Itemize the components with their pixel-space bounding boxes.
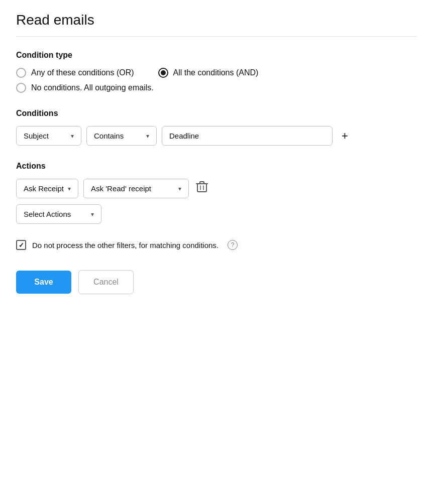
actions-label: Actions: [16, 162, 417, 171]
do-not-process-label: Do not process the other filters, for ma…: [32, 241, 219, 249]
field-chevron: ▾: [71, 133, 74, 140]
action-row-1: Ask Receipt ▾ Ask 'Read' receipt ▾: [16, 179, 417, 198]
help-icon[interactable]: ?: [228, 240, 238, 250]
field-dropdown[interactable]: Subject ▾: [16, 126, 81, 146]
do-not-process-row: Do not process the other filters, for ma…: [16, 240, 417, 250]
conditions-label: Conditions: [16, 109, 417, 118]
radio-none[interactable]: No conditions. All outgoing emails.: [16, 83, 154, 93]
action-type-chevron: ▾: [68, 185, 71, 192]
action-subtype-dropdown[interactable]: Ask 'Read' receipt ▾: [83, 179, 189, 198]
select-actions-chevron: ▾: [91, 211, 94, 218]
condition-type-top-row: Any of these conditions (OR) All the con…: [16, 68, 417, 78]
radio-none-label: No conditions. All outgoing emails.: [31, 83, 154, 92]
field-value: Subject: [24, 132, 49, 140]
svg-rect-2: [200, 182, 204, 184]
conditions-section: Conditions Subject ▾ Contains ▾ +: [16, 109, 417, 146]
condition-type-section: Condition type Any of these conditions (…: [16, 51, 417, 93]
actions-section: Actions Ask Receipt ▾ Ask 'Read' receipt…: [16, 162, 417, 224]
radio-or[interactable]: Any of these conditions (OR): [16, 68, 134, 78]
condition-row-1: Subject ▾ Contains ▾ +: [16, 126, 417, 146]
cancel-button[interactable]: Cancel: [78, 270, 134, 294]
save-button[interactable]: Save: [16, 271, 71, 294]
trash-icon: [196, 181, 208, 194]
do-not-process-checkbox[interactable]: [16, 240, 26, 250]
button-row: Save Cancel: [16, 270, 417, 294]
add-condition-button[interactable]: +: [338, 128, 352, 145]
action-subtype-chevron: ▾: [178, 185, 181, 192]
condition-value-input[interactable]: [162, 126, 333, 146]
radio-and[interactable]: All the conditions (AND): [158, 68, 259, 78]
radio-or-circle[interactable]: [16, 68, 26, 78]
action-type-value: Ask Receipt: [24, 184, 64, 193]
radio-none-circle[interactable]: [16, 83, 26, 93]
operator-dropdown[interactable]: Contains ▾: [86, 126, 157, 146]
condition-type-label: Condition type: [16, 51, 417, 60]
select-actions-row: Select Actions ▾: [16, 204, 417, 224]
page-title: Read emails: [16, 12, 417, 28]
title-divider: [16, 36, 417, 37]
radio-and-label: All the conditions (AND): [173, 68, 259, 77]
radio-or-label: Any of these conditions (OR): [31, 68, 134, 77]
action-subtype-value: Ask 'Read' receipt: [91, 184, 151, 193]
operator-value: Contains: [94, 132, 124, 140]
select-actions-label: Select Actions: [24, 210, 71, 218]
delete-action-button[interactable]: [194, 179, 210, 198]
select-actions-dropdown[interactable]: Select Actions ▾: [16, 204, 101, 224]
action-type-dropdown[interactable]: Ask Receipt ▾: [16, 179, 78, 198]
operator-chevron: ▾: [146, 133, 149, 140]
condition-type-bottom-row: No conditions. All outgoing emails.: [16, 83, 417, 93]
radio-and-circle[interactable]: [158, 68, 168, 78]
svg-rect-0: [197, 184, 206, 192]
